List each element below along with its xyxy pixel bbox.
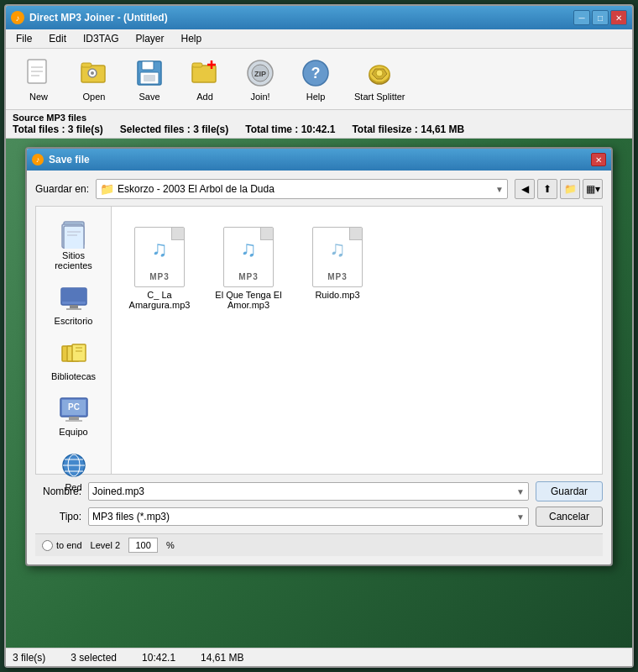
save-button[interactable]: Save (123, 52, 175, 106)
file-item-0[interactable]: ♫ MP3 C_ La Amargura.mp3 (122, 217, 197, 313)
join-button[interactable]: ZIP Join! (234, 52, 286, 106)
main-window: ♪ Direct MP3 Joiner - (Untitled) ─ □ ✕ F… (4, 4, 634, 668)
view-button[interactable]: ▦▾ (583, 179, 603, 199)
filename-input[interactable]: Joined.mp3 ▼ (88, 482, 529, 501)
svg-rect-32 (66, 308, 81, 310)
guardar-button[interactable]: Guardar (536, 481, 603, 501)
filetype-input[interactable]: MP3 files (*.mp3) ▼ (88, 507, 529, 526)
mp3-badge-0: MP3 (149, 272, 170, 281)
to-end-radio[interactable] (42, 540, 53, 551)
svg-point-23 (376, 70, 383, 76)
menu-file[interactable]: File (13, 31, 35, 46)
new-label: New (29, 92, 48, 102)
bottom-strip: to end Level 2 % (35, 533, 603, 556)
location-value: Eskorzo - 2003 El Arbol de la Duda (118, 183, 275, 195)
radio-group: to end (42, 540, 82, 551)
status-files: 3 file(s) (13, 652, 45, 664)
join-label: Join! (250, 92, 269, 102)
filename-dropdown-arrow[interactable]: ▼ (516, 487, 525, 496)
menu-edit[interactable]: Edit (45, 31, 70, 46)
mp3-icon-2: ♫ MP3 (308, 220, 367, 287)
maximize-button[interactable]: □ (592, 10, 609, 25)
add-button[interactable]: Add (179, 52, 231, 106)
total-time-value: 10:42.1 (301, 123, 336, 135)
dialog-icon: ♪ (32, 154, 44, 165)
filename-label: Nombre: (35, 486, 81, 497)
help-label: Help (306, 92, 326, 102)
file-item-2[interactable]: ♫ MP3 Ruido.mp3 (300, 217, 375, 313)
total-filesize-label: Total filesize : (352, 123, 417, 135)
dialog-title: Save file (49, 154, 90, 165)
percent-symbol: % (166, 540, 175, 550)
status-size: 14,61 MB (201, 652, 243, 664)
menu-player[interactable]: Player (132, 31, 167, 46)
filetype-dropdown-arrow[interactable]: ▼ (516, 512, 525, 522)
sidebar-desktop[interactable]: Escritorio (40, 279, 107, 331)
save-label: Save (139, 92, 160, 102)
add-label: Add (196, 92, 213, 102)
file-item-1[interactable]: ♫ MP3 El Que Tenga El Amor.mp3 (211, 217, 286, 313)
save-icon (133, 56, 166, 90)
location-dropdown-arrow[interactable]: ▼ (495, 185, 504, 194)
close-button[interactable]: ✕ (610, 10, 627, 25)
dialog-file-list: ♫ MP3 C_ La Amargura.mp3 ♫ (112, 207, 602, 474)
folder-icon: 📁 (100, 182, 114, 196)
add-icon (188, 56, 222, 90)
filename-row: Nombre: Joined.mp3 ▼ Guardar (35, 481, 603, 501)
svg-point-7 (91, 71, 94, 75)
back-button[interactable]: ◀ (515, 179, 535, 199)
mp3-icon-1: ♫ MP3 (219, 220, 278, 287)
libraries-label: Bibliotecas (51, 371, 96, 381)
splitter-button[interactable]: Start Splitter (345, 52, 415, 106)
menu-bar: File Edit ID3TAG Player Help (6, 29, 632, 49)
filetype-row: Tipo: MP3 files (*.mp3) ▼ Cancelar (35, 507, 603, 527)
svg-rect-11 (144, 75, 155, 81)
svg-rect-31 (70, 305, 78, 308)
selected-files-stat: Selected files : 3 file(s) (120, 123, 228, 135)
desktop-label: Escritorio (55, 316, 93, 326)
new-button[interactable]: New (13, 52, 65, 106)
computer-label: Equipo (59, 427, 87, 437)
filename-value: Joined.mp3 (92, 486, 144, 497)
toolbar: New Open (6, 49, 632, 110)
file-name-2: Ruido.mp3 (315, 290, 359, 300)
open-button[interactable]: Open (68, 52, 120, 106)
save-dialog: ♪ Save file ✕ Guardar en: 📁 Eskorzo - 20… (25, 147, 613, 566)
selected-files-label: Selected files : (120, 123, 191, 135)
sidebar-computer[interactable]: PC Equipo (40, 390, 107, 442)
network-icon (57, 450, 91, 480)
svg-rect-40 (69, 417, 79, 420)
status-selected: 3 selected (71, 652, 117, 664)
recent-label: Sitios recientes (44, 250, 104, 270)
filetype-value: MP3 files (*.mp3) (92, 511, 170, 522)
total-time-stat: Total time : 10:42.1 (245, 123, 335, 135)
level-input[interactable] (128, 538, 158, 553)
svg-rect-9 (142, 61, 154, 70)
desktop-icon (57, 284, 91, 314)
location-bar: Guardar en: 📁 Eskorzo - 2003 El Arbol de… (35, 179, 603, 199)
menu-help[interactable]: Help (178, 31, 206, 46)
open-icon (77, 56, 111, 90)
filetype-label: Tipo: (35, 511, 81, 522)
mp3-page-0: ♫ MP3 (134, 227, 185, 287)
sidebar-recent[interactable]: Sitios recientes (40, 213, 107, 276)
mp3-page-2: ♫ MP3 (312, 227, 363, 287)
help-icon: ? (299, 56, 332, 90)
cancelar-button[interactable]: Cancelar (536, 507, 603, 527)
dialog-form: Nombre: Joined.mp3 ▼ Guardar Tipo: MP3 f… (35, 481, 603, 527)
selected-files-value: 3 file(s) (193, 123, 228, 135)
new-folder-button[interactable]: 📁 (560, 179, 580, 199)
music-note-0: ♫ (151, 236, 168, 262)
content-area: ♪ Save file ✕ Guardar en: 📁 Eskorzo - 20… (6, 139, 632, 648)
dialog-close-button[interactable]: ✕ (591, 153, 606, 166)
total-filesize-value: 14,61 MB (421, 123, 464, 135)
location-combo[interactable]: 📁 Eskorzo - 2003 El Arbol de la Duda ▼ (96, 179, 508, 199)
minimize-button[interactable]: ─ (573, 10, 590, 25)
file-name-1: El Que Tenga El Amor.mp3 (214, 290, 283, 310)
music-note-2: ♫ (329, 236, 346, 262)
up-button[interactable]: ⬆ (537, 179, 557, 199)
mp3-badge-2: MP3 (327, 272, 348, 281)
sidebar-libraries[interactable]: Bibliotecas (40, 334, 107, 386)
help-button[interactable]: ? Help (290, 52, 342, 106)
menu-id3tag[interactable]: ID3TAG (80, 31, 122, 46)
